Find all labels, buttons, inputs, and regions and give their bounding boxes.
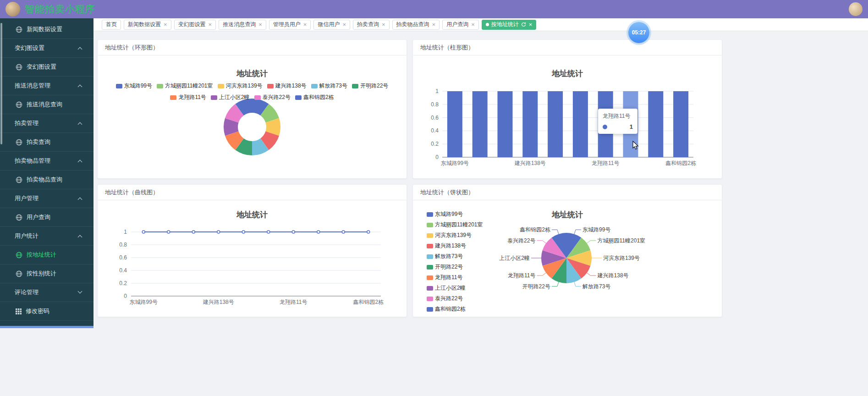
legend-item[interactable]: 河滨东路139号 xyxy=(218,82,263,90)
tab-4[interactable]: 管理员用户× xyxy=(269,20,311,30)
legend-item[interactable]: 龙翔路11号 xyxy=(170,94,206,101)
close-icon[interactable]: × xyxy=(529,22,533,28)
line-point-3[interactable] xyxy=(217,231,220,233)
legend-item[interactable]: 开明路22号 xyxy=(427,263,483,271)
tab-2[interactable]: 变幻图设置× xyxy=(174,20,216,30)
tab-0[interactable]: 首页 xyxy=(102,20,121,30)
sidebar: 新闻数据设置变幻图设置变幻图设置推送消息管理推送消息查询拍卖管理拍卖查询拍卖物品… xyxy=(0,18,93,328)
bar-0[interactable] xyxy=(447,91,462,157)
legend-swatch-icon xyxy=(427,286,433,291)
close-icon[interactable]: × xyxy=(342,22,346,28)
sidebar-item-15[interactable]: 修改密码 xyxy=(0,302,93,321)
sidebar-item-1[interactable]: 变幻图设置 xyxy=(0,39,93,58)
tab-8[interactable]: 用户查询× xyxy=(442,20,479,30)
bar-5[interactable] xyxy=(573,91,588,157)
legend-item[interactable]: 河滨东路139号 xyxy=(427,231,483,239)
refresh-icon[interactable] xyxy=(521,22,526,27)
sidebar-item-12[interactable]: 按地址统计 xyxy=(0,246,93,264)
tab-1[interactable]: 新闻数据设置× xyxy=(124,20,171,30)
close-icon[interactable]: × xyxy=(164,22,167,28)
line-point-2[interactable] xyxy=(192,231,195,233)
sidebar-scrollbar[interactable] xyxy=(0,23,2,144)
bar-8[interactable] xyxy=(648,91,663,157)
bar-3[interactable] xyxy=(522,91,538,157)
globe-icon xyxy=(16,26,22,33)
sidebar-item-4[interactable]: 推送消息查询 xyxy=(0,95,93,114)
axis-label: 河滨东路139号 xyxy=(603,255,640,261)
line-point-9[interactable] xyxy=(367,231,370,233)
legend-item[interactable]: 解放路73号 xyxy=(311,82,347,90)
globe-icon xyxy=(16,270,22,277)
legend-item[interactable]: 东城路99号 xyxy=(427,210,483,218)
bar-chart-body: 地址统计 00.20.40.60.81东城路99号建兴路138号龙翔路11号鑫和… xyxy=(413,55,722,178)
sidebar-item-6[interactable]: 拍卖查询 xyxy=(0,133,93,152)
legend-item[interactable]: 方城丽园11幢201室 xyxy=(157,82,213,90)
bar-2[interactable] xyxy=(498,91,513,157)
legend-item[interactable]: 泰兴路22号 xyxy=(427,295,483,302)
sidebar-item-0[interactable]: 新闻数据设置 xyxy=(0,20,93,39)
card-title: 地址统计（柱形图） xyxy=(420,44,474,52)
bar-4[interactable] xyxy=(548,91,563,157)
line-point-1[interactable] xyxy=(167,231,170,233)
legend-item[interactable]: 上江小区2幢 xyxy=(211,94,250,101)
card-title: 地址统计（环形图） xyxy=(105,44,159,52)
sidebar-item-label: 变幻图设置 xyxy=(15,44,44,52)
sidebar-item-label: 拍卖查询 xyxy=(27,138,50,146)
legend-item[interactable]: 解放路73号 xyxy=(427,253,483,260)
sidebar-item-8[interactable]: 拍卖物品查询 xyxy=(0,170,93,189)
legend-item[interactable]: 东城路99号 xyxy=(116,82,152,90)
tab-6[interactable]: 拍卖查询× xyxy=(353,20,390,30)
close-icon[interactable]: × xyxy=(432,22,436,28)
line-point-8[interactable] xyxy=(342,231,345,233)
legend-label: 龙翔路11号 xyxy=(435,274,462,281)
close-icon[interactable]: × xyxy=(258,22,262,28)
close-icon[interactable]: × xyxy=(303,22,307,28)
sidebar-scrollbar-horizontal[interactable] xyxy=(0,326,93,328)
tab-3[interactable]: 推送消息查询× xyxy=(219,20,266,30)
line-point-0[interactable] xyxy=(142,231,145,233)
timer-badge[interactable]: 05:27 xyxy=(628,22,649,43)
sidebar-item-14[interactable]: 评论管理 xyxy=(0,283,93,302)
sidebar-item-2[interactable]: 变幻图设置 xyxy=(0,58,93,77)
tab-9[interactable]: 按地址统计× xyxy=(482,20,537,30)
sidebar-item-9[interactable]: 用户管理 xyxy=(0,189,93,208)
sidebar-item-11[interactable]: 用户统计 xyxy=(0,227,93,246)
axis-label: 建兴路138号 xyxy=(514,160,546,166)
tooltip-label: 龙翔路11号 xyxy=(603,112,633,120)
legend-item[interactable]: 鑫和锦园2栋 xyxy=(427,305,483,313)
close-icon[interactable]: × xyxy=(382,22,385,28)
close-icon[interactable]: × xyxy=(209,22,212,28)
legend-swatch-icon xyxy=(170,95,176,100)
legend-label: 上江小区2幢 xyxy=(219,94,250,101)
tab-5[interactable]: 微信用户× xyxy=(313,20,350,30)
line-point-4[interactable] xyxy=(242,231,245,233)
legend-item[interactable]: 方城丽园11幢201室 xyxy=(427,221,483,229)
axis-label: 上江小区2幢 xyxy=(499,255,530,261)
line-point-5[interactable] xyxy=(267,231,270,233)
user-avatar[interactable] xyxy=(849,2,863,16)
card-line-chart: 地址统计（曲线图） 地址统计 00.20.40.60.81东城路99号建兴路13… xyxy=(97,184,407,317)
close-icon[interactable]: × xyxy=(471,22,475,28)
app-logo-avatar[interactable] xyxy=(5,2,20,16)
legend-item[interactable]: 鑫和锦园2栋 xyxy=(295,94,334,101)
bar-1[interactable] xyxy=(472,91,488,157)
legend-item[interactable]: 建兴路138号 xyxy=(427,242,483,250)
line-point-7[interactable] xyxy=(317,231,320,233)
legend-item[interactable]: 建兴路138号 xyxy=(267,82,307,90)
sidebar-item-3[interactable]: 推送消息管理 xyxy=(0,77,93,95)
legend-item[interactable]: 龙翔路11号 xyxy=(427,274,483,281)
sidebar-item-5[interactable]: 拍卖管理 xyxy=(0,114,93,133)
sidebar-item-label: 用户统计 xyxy=(15,232,38,240)
sidebar-item-13[interactable]: 按性别统计 xyxy=(0,264,93,283)
chevron-up-icon xyxy=(78,198,82,202)
line-point-6[interactable] xyxy=(292,231,295,233)
tab-label: 按地址统计 xyxy=(491,21,519,28)
sidebar-item-7[interactable]: 拍卖物品管理 xyxy=(0,152,93,170)
sidebar-item-10[interactable]: 用户查询 xyxy=(0,208,93,227)
legend-item[interactable]: 开明路22号 xyxy=(352,82,388,90)
tab-7[interactable]: 拍卖物品查询× xyxy=(392,20,440,30)
legend-item[interactable]: 上江小区2幢 xyxy=(427,284,483,292)
bar-9[interactable] xyxy=(673,91,688,157)
globe-icon xyxy=(16,64,22,71)
legend-item[interactable]: 泰兴路22号 xyxy=(254,94,291,101)
